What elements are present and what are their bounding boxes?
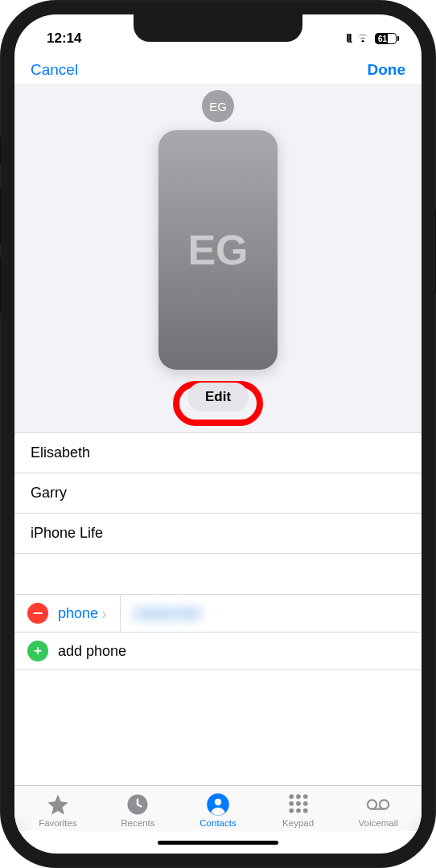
svg-point-4 <box>296 794 301 799</box>
add-phone-label: add phone <box>58 643 126 660</box>
avatar[interactable]: EG <box>202 90 234 122</box>
tab-recents[interactable]: Recents <box>98 792 179 828</box>
company-field[interactable]: iPhone Life <box>14 513 422 554</box>
section-gap <box>14 554 422 594</box>
phone-number-field[interactable]: redacted <box>134 605 200 622</box>
clock-icon <box>125 792 150 817</box>
battery-indicator: 61 <box>375 33 399 44</box>
tab-bar: Favorites Recents Contacts <box>14 785 422 831</box>
contact-poster-card[interactable]: EG <box>158 130 278 370</box>
tab-label: Voicemail <box>359 818 398 828</box>
cancel-button[interactable]: Cancel <box>31 61 78 79</box>
voicemail-icon <box>366 792 390 817</box>
poster-initials: EG <box>187 226 248 274</box>
home-indicator[interactable] <box>14 831 422 854</box>
last-name-value: Garry <box>31 485 67 502</box>
tab-label: Recents <box>121 818 154 828</box>
phone-type-button[interactable]: phone › <box>58 604 107 623</box>
svg-point-12 <box>368 800 376 809</box>
keypad-icon <box>286 792 311 817</box>
last-name-field[interactable]: Garry <box>14 473 422 513</box>
contact-poster-area: EG EG Edit <box>14 84 422 432</box>
svg-point-6 <box>289 801 294 806</box>
status-time: 12:14 <box>47 31 81 47</box>
add-phone-row[interactable]: add phone <box>14 632 422 670</box>
svg-point-13 <box>380 800 389 809</box>
star-icon <box>46 792 70 817</box>
tab-label: Favorites <box>39 818 76 828</box>
person-circle-icon <box>206 792 230 817</box>
contact-fields: Elisabeth Garry iPhone Life <box>14 432 422 554</box>
svg-point-8 <box>302 801 307 806</box>
vertical-divider <box>120 595 121 632</box>
done-button[interactable]: Done <box>368 61 406 79</box>
avatar-initials: EG <box>209 100 227 113</box>
tab-voicemail[interactable]: Voicemail <box>338 792 418 828</box>
first-name-value: Elisabeth <box>31 444 90 461</box>
device-notch <box>134 14 302 42</box>
phone-entry-row[interactable]: phone › redacted <box>14 594 422 632</box>
tab-keypad[interactable]: Keypad <box>258 792 339 828</box>
svg-point-10 <box>296 809 301 813</box>
first-name-field[interactable]: Elisabeth <box>14 432 422 473</box>
svg-point-11 <box>302 809 307 813</box>
cellular-signal-icon: 𝗹𝗹 <box>346 32 351 45</box>
tab-label: Keypad <box>282 818 314 828</box>
svg-point-9 <box>289 809 294 813</box>
nav-bar: Cancel Done <box>14 53 422 84</box>
svg-point-5 <box>302 794 307 799</box>
svg-point-7 <box>296 801 301 806</box>
tab-contacts[interactable]: Contacts <box>178 792 258 828</box>
edit-poster-button[interactable]: Edit <box>187 383 249 411</box>
tab-favorites[interactable]: Favorites <box>18 792 98 828</box>
remove-phone-icon[interactable] <box>27 603 48 624</box>
svg-point-2 <box>215 799 222 806</box>
chevron-right-icon: › <box>101 604 107 623</box>
svg-point-3 <box>289 794 294 799</box>
phone-type-label: phone <box>58 605 98 622</box>
wifi-icon <box>356 31 370 47</box>
tab-label: Contacts <box>199 818 236 828</box>
add-phone-icon[interactable] <box>27 641 48 661</box>
company-value: iPhone Life <box>31 525 103 542</box>
